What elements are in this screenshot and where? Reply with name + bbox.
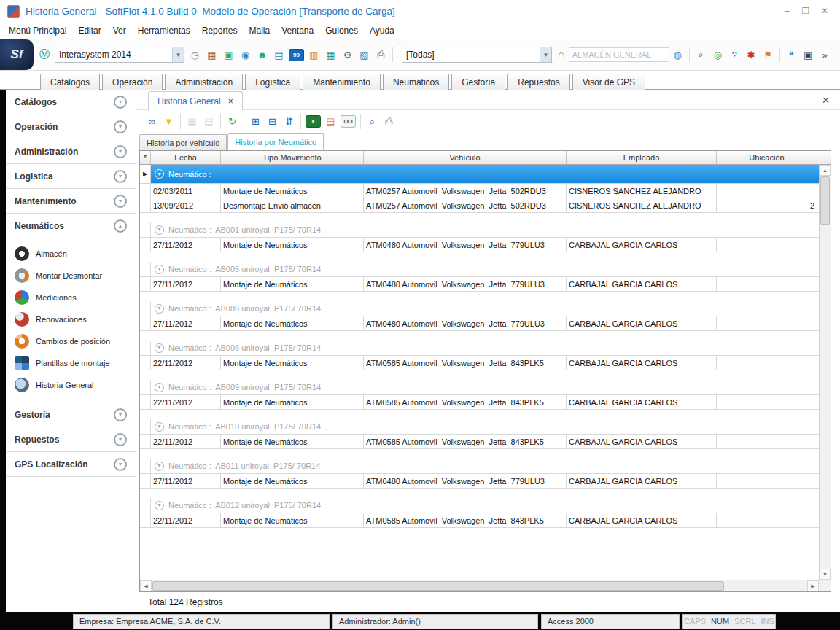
menu-item-malla[interactable]: Malla [243, 26, 276, 36]
group-expand-icon[interactable] [155, 462, 164, 471]
export-html-icon[interactable]: ▤ [323, 114, 338, 129]
grid-row[interactable]: 02/03/2011Montaje de NeumáticosATM0257 A… [140, 184, 819, 198]
group-row[interactable]: Neumático : AB012 uniroyal P175/ 70R14 [140, 498, 819, 513]
column-header-tipo-movimiento[interactable]: Tipo Movimiento [221, 151, 364, 164]
collapse-arrow-icon[interactable] [114, 219, 127, 233]
module-tab-gestoria[interactable]: Gestoría [451, 74, 505, 90]
expand-groups-icon[interactable]: ⊞ [248, 114, 263, 129]
menu-item-herramientas[interactable]: Herramientas [132, 26, 196, 36]
sidebar-item-almacen[interactable]: Almacén [6, 243, 136, 265]
tab-historia-general[interactable]: Historia General × [148, 91, 243, 110]
group-row[interactable]: Neumático : AB009 uniroyal P175/ 70R14 [140, 380, 819, 395]
grid-row[interactable]: 27/11/2012Montaje de NeumáticosATM0480 A… [140, 316, 819, 331]
view-tab-historia-por-vehiculo[interactable]: Historia por vehículo [139, 134, 227, 150]
horizontal-scrollbar[interactable] [140, 580, 819, 591]
find-icon[interactable]: ∞ [144, 114, 160, 129]
expand-arrow-icon[interactable] [114, 458, 127, 471]
notebook-icon[interactable]: ▥ [306, 47, 322, 62]
group-expand-icon[interactable] [155, 169, 164, 179]
expand-arrow-icon[interactable] [114, 170, 127, 183]
export-excel-icon[interactable]: X [306, 115, 321, 128]
menu-item-reportes[interactable]: Reportes [196, 26, 244, 36]
sidebar-item-plantillas-de-montaje[interactable]: Plantillas de montaje [6, 352, 136, 374]
export-txt-icon[interactable]: TXT [341, 115, 356, 128]
sidebar-section-catalogos[interactable]: Catálogos [6, 90, 136, 114]
printer-icon[interactable]: ⎙ [373, 47, 389, 62]
column-header-vehiculo[interactable]: Vehículo [364, 151, 567, 164]
menu-item-menu-principal[interactable]: Menú Principal [3, 26, 72, 36]
grid-row[interactable]: 27/11/2012Montaje de NeumáticosATM0480 A… [140, 238, 819, 252]
module-tab-repuestos[interactable]: Repuestos [508, 74, 569, 90]
menu-item-ver[interactable]: Ver [107, 26, 132, 36]
grid-row[interactable]: 22/11/2012Montaje de NeumáticosATM0585 A… [140, 395, 819, 410]
clipboard-icon[interactable]: ▤ [201, 114, 217, 129]
monitor-icon[interactable]: ▣ [801, 47, 816, 62]
sidebar-section-administracion[interactable]: Administración [6, 139, 136, 164]
module-tab-mantenimiento[interactable]: Mantenimiento [303, 74, 381, 90]
globe-search-icon[interactable]: ◎ [710, 47, 726, 62]
filter-select[interactable]: [Todas] [402, 47, 552, 63]
group-row[interactable]: Neumático : AB010 uniroyal P175/ 70R14 [140, 419, 819, 435]
collapse-groups-icon[interactable]: ⊟ [265, 114, 280, 129]
image-icon[interactable]: ▦ [184, 114, 200, 129]
grid-row[interactable]: 22/11/2012Montaje de NeumáticosATM0585 A… [140, 513, 819, 528]
globe-icon[interactable]: ◍ [670, 47, 685, 62]
group-expand-icon[interactable] [155, 265, 164, 274]
scroll-track[interactable] [820, 225, 831, 569]
sidebar-item-cambios-de-posicion[interactable]: Cambios de posición [6, 330, 136, 352]
scroll-left-button[interactable] [140, 580, 152, 591]
users-icon[interactable]: ☻ [254, 47, 270, 62]
spreadsheet-icon[interactable]: ▦ [323, 47, 338, 62]
gear-icon[interactable]: ⚙ [340, 47, 355, 62]
group-row[interactable]: Neumático : AB006 uniroyal P175/ 70R14 [140, 301, 819, 316]
group-row[interactable]: Neumático : AB011 uniroyal P175/ 70R14 [140, 459, 819, 474]
menu-item-ayuda[interactable]: Ayuda [364, 26, 400, 36]
warehouse-field[interactable] [569, 47, 669, 62]
group-expand-icon[interactable] [155, 422, 164, 432]
horizontal-scroll-thumb[interactable] [152, 581, 724, 591]
sort-groups-icon[interactable]: ⇵ [281, 114, 297, 129]
cd-icon[interactable]: ◉ [238, 47, 253, 62]
module-tab-administracion[interactable]: Administración [165, 74, 243, 90]
scroll-up-button[interactable] [820, 165, 831, 176]
close-tab-icon[interactable]: × [228, 96, 233, 106]
overflow-icon[interactable]: » [817, 47, 833, 62]
badge-99-icon[interactable]: 99 [289, 49, 304, 61]
sidebar-section-gestoria[interactable]: Gestoría [6, 402, 136, 427]
grid-row[interactable]: 27/11/2012Montaje de NeumáticosATM0480 A… [140, 277, 819, 292]
m-circle-icon[interactable]: Ⓜ [39, 48, 50, 61]
expand-arrow-icon[interactable] [114, 120, 127, 133]
scroll-right-button[interactable] [807, 580, 819, 591]
sidebar-section-mantenimiento[interactable]: Mantenimiento [6, 189, 136, 214]
module-tab-catalogos[interactable]: Catálogos [40, 74, 100, 90]
grid-row[interactable]: 22/11/2012Montaje de NeumáticosATM0585 A… [140, 435, 819, 449]
column-header-ubicacion[interactable]: Ubicación [717, 151, 817, 164]
sidebar-item-renovaciones[interactable]: Renovaciones [6, 308, 136, 330]
sidebar-section-logistica[interactable]: Logistica [6, 164, 136, 189]
flag-icon[interactable]: ⚑ [761, 47, 776, 62]
grid-row[interactable]: 27/11/2012Montaje de NeumáticosATM0480 A… [140, 474, 819, 489]
group-expand-icon[interactable] [155, 383, 164, 392]
grid-row[interactable]: 13/09/2012Desmontaje Envió almacénATM025… [140, 198, 819, 213]
minimize-button[interactable]: – [777, 6, 796, 16]
grid-row[interactable]: 22/11/2012Montaje de NeumáticosATM0585 A… [140, 356, 819, 370]
sidebar-section-operacion[interactable]: Operación [6, 114, 136, 139]
module-tab-neumaticos[interactable]: Neumáticos [383, 74, 449, 90]
group-expand-icon[interactable] [155, 304, 164, 314]
group-expand-icon[interactable] [155, 225, 164, 235]
menu-item-editar[interactable]: Editar [72, 26, 106, 36]
sidebar-section-repuestos[interactable]: Repuestos [6, 427, 136, 452]
clock-icon[interactable]: ◷ [187, 47, 203, 62]
restore-button[interactable]: ❐ [796, 6, 815, 16]
print-icon[interactable]: ⎙ [381, 114, 397, 129]
expand-arrow-icon[interactable] [114, 145, 127, 158]
vertical-scroll-thumb[interactable] [820, 176, 830, 225]
expand-arrow-icon[interactable] [114, 433, 127, 446]
group-row[interactable]: Neumático : AB008 uniroyal P175/ 70R14 [140, 341, 819, 356]
sidebar-item-montar-desmontar[interactable]: Montar Desmontar [6, 265, 136, 287]
expand-arrow-icon[interactable] [114, 96, 127, 109]
ledger-icon[interactable]: ▧ [357, 47, 372, 62]
filter-icon[interactable]: ▼ [161, 114, 176, 129]
group-expand-icon[interactable] [155, 343, 164, 353]
refresh-icon[interactable]: ↻ [225, 114, 240, 129]
